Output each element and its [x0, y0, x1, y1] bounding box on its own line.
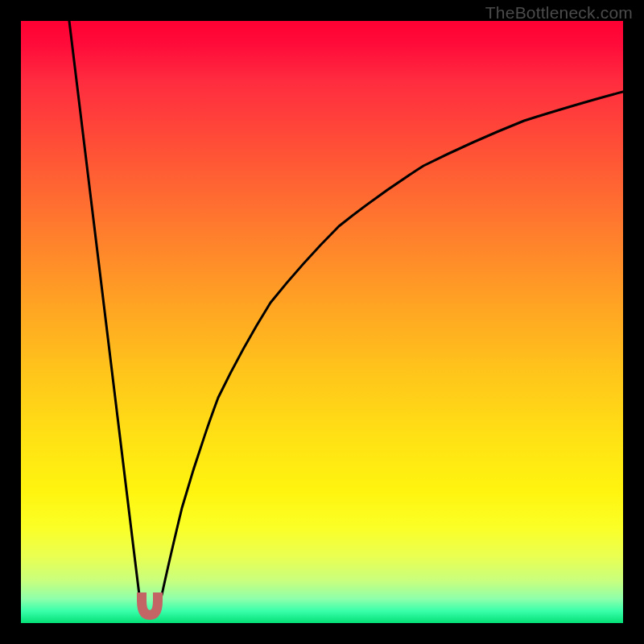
- bottleneck-curve-right: [156, 92, 623, 614]
- watermark-text: TheBottleneck.com: [485, 3, 633, 23]
- curve-layer: [21, 21, 623, 623]
- chart-frame: TheBottleneck.com: [0, 0, 644, 644]
- bottleneck-curve-left: [69, 21, 143, 614]
- minimum-marker-icon: [135, 592, 164, 623]
- plot-area: [21, 21, 623, 623]
